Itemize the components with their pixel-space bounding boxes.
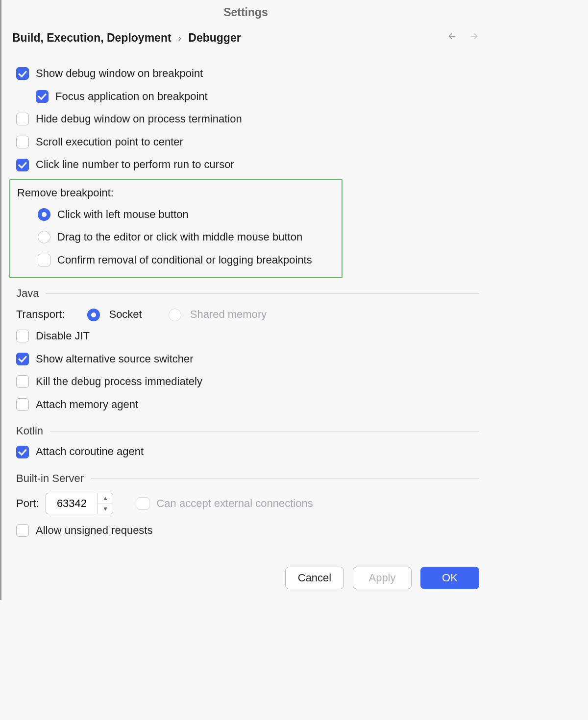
label: Disable JIT bbox=[36, 329, 90, 343]
label: Show debug window on breakpoint bbox=[36, 67, 203, 81]
remove-breakpoint-group: Remove breakpoint: Click with left mouse… bbox=[9, 179, 343, 278]
remove-bp-click[interactable]: Click with left mouse button bbox=[10, 203, 336, 226]
spinner-buttons[interactable]: ▲ ▼ bbox=[97, 493, 113, 514]
section-title: Built-in Server bbox=[16, 472, 84, 485]
checkbox-icon[interactable] bbox=[36, 90, 49, 103]
label: Scroll execution point to center bbox=[36, 135, 183, 149]
java-section-header: Java bbox=[16, 287, 479, 300]
nav-arrows bbox=[447, 31, 479, 45]
transport-sharedmem-label: Shared memory bbox=[190, 308, 267, 322]
chevron-up-icon[interactable]: ▲ bbox=[98, 493, 113, 504]
label: Hide debug window on process termination bbox=[36, 112, 242, 126]
remove-bp-drag[interactable]: Drag to the editor or click with middle … bbox=[10, 226, 336, 249]
checkbox-icon[interactable] bbox=[16, 398, 29, 411]
breadcrumb-current: Debugger bbox=[188, 31, 241, 45]
breadcrumb-parent[interactable]: Build, Execution, Deployment bbox=[12, 31, 172, 45]
label: Drag to the editor or click with middle … bbox=[57, 230, 302, 244]
label: Attach coroutine agent bbox=[36, 445, 144, 459]
window-title: Settings bbox=[1, 0, 490, 31]
radio-icon[interactable] bbox=[38, 231, 50, 243]
opt-hide-on-term[interactable]: Hide debug window on process termination bbox=[16, 108, 479, 131]
cancel-button[interactable]: Cancel bbox=[285, 567, 344, 589]
transport-label: Transport: bbox=[16, 308, 65, 322]
transport-socket-radio[interactable] bbox=[87, 309, 100, 321]
checkbox-icon[interactable] bbox=[16, 375, 29, 388]
checkbox-icon[interactable] bbox=[16, 136, 29, 148]
opt-scroll-center[interactable]: Scroll execution point to center bbox=[16, 131, 479, 154]
opt-kill-immediate[interactable]: Kill the debug process immediately bbox=[16, 370, 479, 393]
radio-icon[interactable] bbox=[38, 208, 50, 221]
ok-button[interactable]: OK bbox=[420, 567, 479, 589]
footer: Cancel Apply OK bbox=[1, 558, 490, 600]
checkbox-icon[interactable] bbox=[16, 67, 29, 80]
kotlin-section-header: Kotlin bbox=[16, 425, 479, 437]
port-input[interactable] bbox=[46, 493, 97, 514]
external-checkbox bbox=[137, 497, 149, 510]
section-title: Kotlin bbox=[16, 425, 43, 437]
remove-bp-title: Remove breakpoint: bbox=[10, 186, 336, 203]
opt-allow-unsigned[interactable]: Allow unsigned requests bbox=[16, 519, 479, 542]
label: Attach memory agent bbox=[36, 398, 138, 412]
forward-button[interactable] bbox=[468, 31, 479, 45]
opt-show-debug-window[interactable]: Show debug window on breakpoint bbox=[16, 62, 479, 85]
divider bbox=[50, 431, 479, 432]
server-section-header: Built-in Server bbox=[16, 472, 479, 485]
chevron-right-icon: › bbox=[178, 32, 182, 44]
checkbox-icon[interactable] bbox=[16, 330, 29, 342]
opt-click-line-run[interactable]: Click line number to perform run to curs… bbox=[16, 153, 479, 176]
transport-sharedmem-radio bbox=[169, 309, 181, 321]
label: Click with left mouse button bbox=[57, 208, 189, 222]
label: Allow unsigned requests bbox=[36, 524, 152, 538]
divider bbox=[46, 293, 479, 294]
checkbox-icon[interactable] bbox=[16, 113, 29, 125]
settings-window: Settings Build, Execution, Deployment › … bbox=[0, 0, 490, 600]
divider bbox=[91, 478, 479, 479]
transport-socket-label: Socket bbox=[109, 308, 142, 322]
label: Click line number to perform run to curs… bbox=[36, 158, 234, 172]
label: Show alternative source switcher bbox=[36, 352, 194, 366]
back-button[interactable] bbox=[447, 31, 458, 45]
label: Kill the debug process immediately bbox=[36, 375, 202, 389]
checkbox-icon[interactable] bbox=[38, 254, 50, 266]
label: Focus application on breakpoint bbox=[55, 90, 208, 104]
header-row: Build, Execution, Deployment › Debugger bbox=[1, 31, 490, 48]
apply-button[interactable]: Apply bbox=[353, 567, 412, 589]
section-title: Java bbox=[16, 287, 39, 300]
checkbox-icon[interactable] bbox=[16, 353, 29, 365]
opt-attach-mem[interactable]: Attach memory agent bbox=[16, 393, 479, 416]
opt-disable-jit[interactable]: Disable JIT bbox=[16, 325, 479, 348]
port-spinner[interactable]: ▲ ▼ bbox=[46, 493, 113, 514]
checkbox-icon[interactable] bbox=[16, 446, 29, 458]
checkbox-icon[interactable] bbox=[16, 159, 29, 171]
port-row: Port: ▲ ▼ Can accept external connection… bbox=[16, 488, 479, 519]
port-label: Port: bbox=[16, 497, 39, 511]
transport-row: Transport: Socket Shared memory bbox=[16, 303, 479, 325]
opt-focus-app[interactable]: Focus application on breakpoint bbox=[16, 85, 479, 108]
opt-alt-source[interactable]: Show alternative source switcher bbox=[16, 348, 479, 371]
label: Confirm removal of conditional or loggin… bbox=[57, 253, 312, 267]
external-label: Can accept external connections bbox=[156, 497, 313, 511]
checkbox-icon[interactable] bbox=[16, 524, 29, 537]
remove-bp-confirm[interactable]: Confirm removal of conditional or loggin… bbox=[10, 249, 336, 272]
content: Show debug window on breakpoint Focus ap… bbox=[1, 48, 490, 558]
chevron-down-icon[interactable]: ▼ bbox=[98, 504, 113, 514]
breadcrumb: Build, Execution, Deployment › Debugger bbox=[12, 31, 447, 45]
opt-attach-coroutine[interactable]: Attach coroutine agent bbox=[16, 440, 479, 463]
